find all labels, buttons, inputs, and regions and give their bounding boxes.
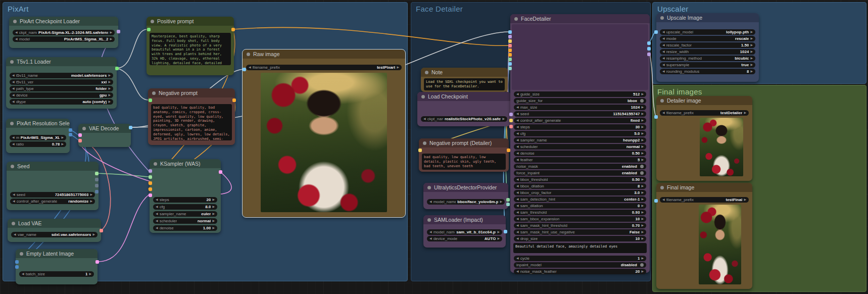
port-vae-output[interactable] [100, 229, 103, 232]
facedetailer-wildcard-textarea[interactable]: Beautiful detailed face, amazingly detai… [513, 243, 647, 253]
widget-control_after_generate[interactable]: ◀control_after_generaterandomize▶ [10, 199, 95, 204]
widget-force_inpaint[interactable]: force_inpaintenabled [514, 170, 646, 176]
port-t5-output[interactable] [115, 67, 119, 70]
decrement-arrow[interactable]: ◀ [516, 183, 519, 189]
widget-sam_dilation[interactable]: ◀sam_dilation0▶ [514, 203, 646, 209]
decrement-arrow[interactable]: ◀ [662, 62, 665, 68]
decrement-arrow[interactable]: ◀ [429, 229, 432, 235]
widget-mode[interactable]: ◀moderescale▶ [660, 36, 755, 41]
decrement-arrow[interactable]: ◀ [156, 218, 158, 224]
widget-denoise[interactable]: ◀denoise1.00▶ [153, 225, 217, 231]
node-graph-canvas[interactable]: PixArt Face Detailer Upscaler Final imag… [0, 0, 868, 294]
increment-arrow[interactable]: ▶ [744, 110, 746, 116]
widget-upscale_model[interactable]: ◀upscale_modellollypop.pth▶ [660, 29, 755, 35]
decrement-arrow[interactable]: ◀ [516, 177, 519, 182]
increment-arrow[interactable]: ▶ [61, 141, 64, 147]
node-t5-loader[interactable]: T5v1.1 Loader ◀t5v11_namemodel.safetenso… [6, 57, 117, 109]
increment-arrow[interactable]: ▶ [641, 137, 644, 143]
decrement-arrow[interactable]: ◀ [662, 69, 665, 74]
decrement-arrow[interactable]: ◀ [12, 135, 15, 140]
node-positive-prompt[interactable]: Positive prompt Masterpiece, best qualit… [147, 17, 234, 75]
node-samloader-impact[interactable]: SAMLoader (Impact) ◀model_namesam_vit_b_… [423, 215, 506, 248]
increment-arrow[interactable]: ▶ [500, 199, 502, 205]
node-raw-image[interactable]: Raw image ◀filename_prefixtestPixart▶ [243, 50, 405, 217]
widget-resize_width[interactable]: ◀resize_width1024▶ [660, 49, 755, 55]
collapse-toggle[interactable] [12, 222, 15, 225]
widget-inpaint_model[interactable]: inpaint_modeldisabled [514, 262, 646, 268]
decrement-arrow[interactable]: ◀ [156, 197, 158, 203]
decrement-arrow[interactable]: ◀ [12, 79, 15, 85]
increment-arrow[interactable]: ▶ [641, 216, 644, 222]
decrement-arrow[interactable]: ◀ [516, 223, 519, 228]
node-load-vae[interactable]: Load VAE ◀vae_namesdxl.vae.safetensors▶ [8, 219, 101, 242]
decrement-arrow[interactable]: ◀ [516, 269, 519, 274]
increment-arrow[interactable]: ▶ [641, 269, 644, 274]
decrement-arrow[interactable]: ◀ [516, 111, 519, 117]
widget-cfg[interactable]: ◀cfg8.0▶ [153, 204, 217, 210]
increment-arrow[interactable]: ▶ [90, 199, 92, 204]
increment-arrow[interactable]: ▶ [212, 197, 215, 203]
port-lc-model-output[interactable] [509, 113, 513, 116]
decrement-arrow[interactable]: ◀ [516, 105, 519, 110]
increment-arrow[interactable]: ▶ [641, 151, 644, 156]
node-ultralytics-detector-provider[interactable]: UltralyticsDetectorProvider ◀model_nameb… [423, 183, 508, 209]
port-neg-clip-input[interactable] [149, 99, 152, 102]
node-title-bar[interactable]: VAE Decode [78, 124, 131, 133]
decrement-arrow[interactable]: ◀ [516, 203, 519, 209]
collapse-toggle[interactable] [154, 162, 157, 166]
port-negdet-clip-input[interactable] [418, 149, 422, 152]
widget-model[interactable]: ◀modelPixArtMS_Sigma_XL_2▶ [13, 36, 115, 42]
node-pixart-resolution-select[interactable]: PixArt Resolution Select ◀mPixArtMS_Sigm… [6, 119, 70, 153]
increment-arrow[interactable]: ▶ [502, 116, 505, 122]
note-textarea[interactable]: Load the SDXL checkpoint you want to use… [424, 78, 505, 90]
widget-filename_prefix[interactable]: ◀filename_prefixtestPixart▶ [246, 65, 402, 70]
toggle-dot[interactable] [640, 171, 644, 175]
decrement-arrow[interactable]: ◀ [516, 229, 519, 235]
collapse-toggle[interactable] [13, 20, 17, 23]
node-load-checkpoint[interactable]: Load Checkpoint ◀ckpt_namerealisticStock… [417, 92, 511, 126]
detailer-image-preview[interactable] [700, 118, 743, 176]
toggle-dot[interactable] [640, 165, 644, 168]
widget-feather[interactable]: ◀feather5▶ [514, 157, 646, 163]
decrement-arrow[interactable]: ◀ [12, 73, 15, 78]
increment-arrow[interactable]: ▶ [641, 203, 644, 209]
collapse-toggle[interactable] [427, 186, 431, 189]
port-seed-aux-output-2[interactable] [95, 184, 99, 187]
port-seed-aux-output-3[interactable] [95, 190, 99, 193]
widget-cycle[interactable]: ◀cycle1▶ [514, 256, 646, 261]
port-lc-vae-output[interactable] [509, 125, 513, 128]
decrement-arrow[interactable]: ◀ [14, 232, 16, 237]
port-fd-clip-input[interactable] [508, 39, 512, 43]
collapse-toggle[interactable] [427, 218, 431, 222]
widget-batch_size[interactable]: ◀batch_size1▶ [19, 271, 94, 277]
widget-t5v11_name[interactable]: ◀t5v11_namemodel.safetensors▶ [10, 73, 113, 78]
widget-filename_prefix[interactable]: ◀filename_prefixtestFinal▶ [660, 197, 749, 203]
node-note[interactable]: Note Load the SDXL checkpoint you want t… [421, 68, 508, 92]
widget-sam_bbox_expansion[interactable]: ◀sam_bbox_expansion10▶ [514, 216, 646, 222]
collapse-toggle[interactable] [151, 20, 154, 23]
port-fd-mask-output[interactable] [647, 53, 651, 56]
node-title-bar[interactable]: Upscale Image [656, 13, 759, 22]
port-latent-width-input[interactable] [15, 260, 19, 264]
port-pos-cond-output[interactable] [231, 28, 235, 31]
port-fd-sam-model-input[interactable] [508, 62, 512, 66]
decrement-arrow[interactable]: ◀ [423, 116, 426, 122]
port-fd-positive-input[interactable] [508, 48, 512, 52]
node-final-image[interactable]: Final image ◀filename_prefixtestFinal▶ [656, 183, 752, 289]
collapse-toggle[interactable] [20, 252, 23, 256]
widget-ratio[interactable]: ◀ratio0.78▶ [10, 141, 66, 147]
toggle-dot[interactable] [640, 99, 644, 103]
increment-arrow[interactable]: ▶ [110, 30, 112, 35]
widget-seed[interactable]: ◀seed724518651775003▶ [10, 192, 95, 198]
decrement-arrow[interactable]: ◀ [516, 151, 519, 156]
increment-arrow[interactable]: ▶ [744, 197, 746, 203]
decrement-arrow[interactable]: ◀ [516, 157, 519, 163]
port-lc-clip-output[interactable] [509, 119, 513, 122]
port-ks-model-input[interactable] [149, 169, 152, 173]
widget-sampler_name[interactable]: ◀sampler_nameheunpp2▶ [514, 137, 646, 143]
node-pixart-checkpoint-loader[interactable]: PixArt Checkpoint Loader ◀ckpt_namePixAr… [9, 17, 118, 48]
port-bbox-detector-output[interactable] [506, 198, 510, 202]
decrement-arrow[interactable]: ◀ [662, 197, 665, 203]
port-segm-detector-output[interactable] [506, 203, 510, 206]
decrement-arrow[interactable]: ◀ [516, 144, 519, 150]
